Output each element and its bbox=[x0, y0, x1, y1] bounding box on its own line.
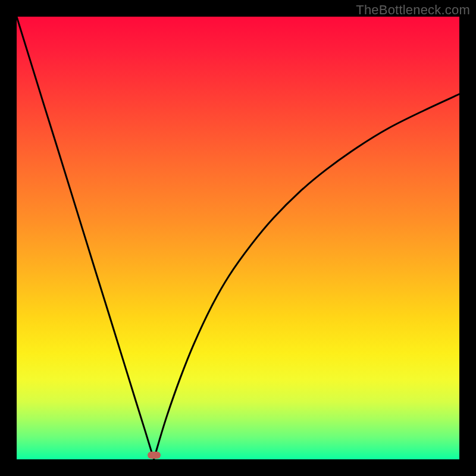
plot-area bbox=[17, 17, 459, 459]
chart-frame: TheBottleneck.com bbox=[0, 0, 476, 476]
minimum-marker bbox=[148, 452, 161, 459]
bottleneck-curve bbox=[17, 17, 459, 459]
curve-path bbox=[17, 17, 459, 459]
watermark-text: TheBottleneck.com bbox=[356, 2, 470, 18]
